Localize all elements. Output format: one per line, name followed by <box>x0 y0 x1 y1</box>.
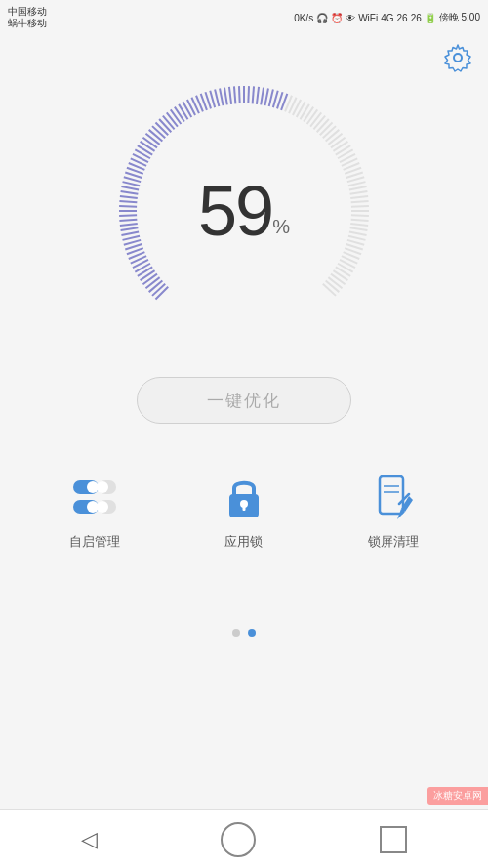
page-indicators <box>232 629 256 637</box>
watermark: 冰糖安卓网 <box>427 787 488 805</box>
carrier1-label: 中国移动 <box>8 6 47 18</box>
toggle-icon <box>71 476 118 519</box>
wifi-icon: WiFi <box>358 13 378 23</box>
auto-start-action[interactable]: 自启管理 <box>46 473 143 551</box>
gauge-unit: % <box>272 216 290 238</box>
memory-gauge: // This will be done via JS below 59 % <box>107 74 381 348</box>
lock-screen-clean-action[interactable]: 锁屏清理 <box>345 473 442 551</box>
carrier-info: 中国移动 蜗牛移动 <box>8 6 47 29</box>
app-lock-label: 应用锁 <box>224 533 263 551</box>
signal-4g-icon: 4G <box>381 13 393 23</box>
eye-icon: 👁 <box>346 13 355 23</box>
svg-point-6 <box>97 481 108 493</box>
svg-rect-12 <box>380 476 403 514</box>
nav-recent-button[interactable] <box>380 826 407 853</box>
settings-button[interactable] <box>443 43 472 76</box>
gear-icon <box>443 43 472 72</box>
bottom-nav: ◁ <box>0 809 488 868</box>
svg-point-0 <box>454 54 462 62</box>
auto-start-icon <box>69 473 120 523</box>
nav-home-button[interactable] <box>221 822 256 857</box>
lock-screen-clean-label: 锁屏清理 <box>368 533 419 551</box>
gauge-center: 59 % <box>198 176 290 246</box>
main-content: // This will be done via JS below 59 % 一… <box>0 35 488 637</box>
indicator-dot-1 <box>232 629 240 637</box>
status-bar: 中国移动 蜗牛移动 0K/s 🎧 ⏰ 👁 WiFi 4G 26 26 🔋 傍晚 … <box>0 0 488 35</box>
lock-icon <box>224 475 264 521</box>
alarm-icon: ⏰ <box>331 13 343 23</box>
indicator-dot-2 <box>248 629 256 637</box>
status-icons: 0K/s 🎧 ⏰ 👁 WiFi 4G 26 26 🔋 傍晚 5:00 <box>294 11 480 24</box>
signal-26-icon: 26 <box>397 13 408 23</box>
signal-26b-icon: 26 <box>411 13 422 23</box>
speed-label: 0K/s <box>294 13 313 23</box>
time-label: 傍晚 5:00 <box>439 11 480 24</box>
battery-icon: 🔋 <box>425 13 436 23</box>
lock-screen-clean-icon <box>368 473 419 523</box>
carrier2-label: 蜗牛移动 <box>8 18 47 29</box>
clean-icon <box>372 475 415 521</box>
optimize-button[interactable]: 一键优化 <box>137 377 351 424</box>
nav-back-button[interactable]: ◁ <box>81 827 98 852</box>
quick-actions: 自启管理 应用锁 <box>0 473 488 551</box>
gauge-value: 59 <box>198 176 272 246</box>
svg-point-8 <box>97 501 108 513</box>
app-lock-icon <box>219 473 269 523</box>
svg-rect-11 <box>242 504 245 511</box>
auto-start-label: 自启管理 <box>69 533 120 551</box>
app-lock-action[interactable]: 应用锁 <box>195 473 293 551</box>
optimize-label: 一键优化 <box>207 390 281 412</box>
headphone-icon: 🎧 <box>316 13 328 23</box>
